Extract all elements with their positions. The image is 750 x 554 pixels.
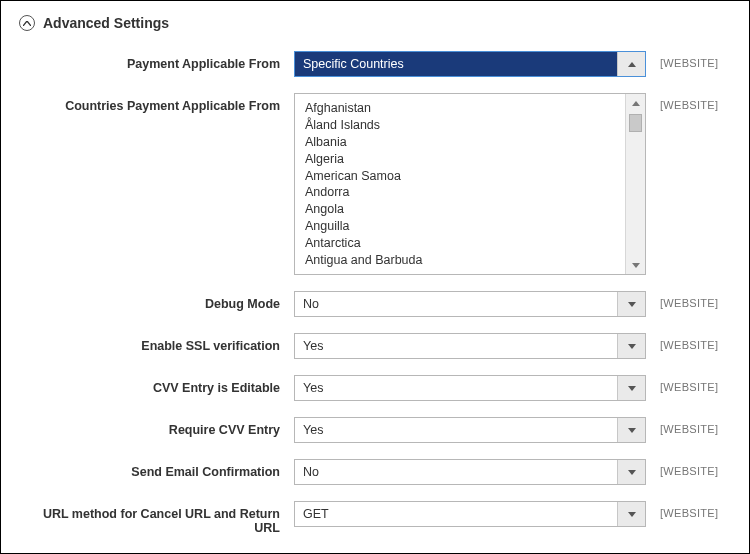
scroll-thumb[interactable] (629, 114, 642, 132)
chevron-down-icon (617, 460, 645, 484)
select-value: Yes (295, 418, 617, 442)
field-label: URL method for Cancel URL and Return URL (19, 501, 294, 535)
field-row-url-method: URL method for Cancel URL and Return URL… (19, 501, 731, 535)
cvv-editable-select[interactable]: Yes (294, 375, 646, 401)
list-item[interactable]: Algeria (305, 151, 615, 168)
chevron-down-icon (617, 292, 645, 316)
scope-label: [WEBSITE] (646, 501, 726, 519)
list-item[interactable]: Anguilla (305, 218, 615, 235)
require-cvv-select[interactable]: Yes (294, 417, 646, 443)
chevron-down-icon (617, 502, 645, 526)
scrollbar[interactable] (625, 94, 645, 274)
listbox-items: Afghanistan Åland Islands Albania Algeri… (295, 94, 625, 274)
chevron-up-icon (19, 15, 35, 31)
chevron-down-icon (617, 376, 645, 400)
chevron-up-icon (617, 52, 645, 76)
select-value: No (295, 292, 617, 316)
chevron-down-icon (632, 263, 640, 268)
scope-label: [WEBSITE] (646, 459, 726, 477)
field-row-debug-mode: Debug Mode No [WEBSITE] (19, 291, 731, 317)
list-item[interactable]: Andorra (305, 184, 615, 201)
scroll-track[interactable] (626, 112, 645, 256)
scope-label: [WEBSITE] (646, 93, 726, 111)
list-item[interactable]: Antarctica (305, 235, 615, 252)
field-label: CVV Entry is Editable (19, 375, 294, 395)
payment-applicable-from-select[interactable]: Specific Countries (294, 51, 646, 77)
scope-label: [WEBSITE] (646, 291, 726, 309)
countries-listbox[interactable]: Afghanistan Åland Islands Albania Algeri… (294, 93, 646, 275)
advanced-settings-panel: Advanced Settings Payment Applicable Fro… (0, 0, 750, 554)
field-row-send-email: Send Email Confirmation No [WEBSITE] (19, 459, 731, 485)
list-item[interactable]: Angola (305, 201, 615, 218)
select-value: Yes (295, 376, 617, 400)
field-label: Countries Payment Applicable From (19, 93, 294, 113)
list-item[interactable]: Afghanistan (305, 100, 615, 117)
list-item[interactable]: Åland Islands (305, 117, 615, 134)
chevron-down-icon (617, 334, 645, 358)
scope-label: [WEBSITE] (646, 333, 726, 351)
field-row-countries: Countries Payment Applicable From Afghan… (19, 93, 731, 275)
section-title: Advanced Settings (43, 15, 169, 31)
scroll-up-button[interactable] (626, 94, 645, 112)
url-method-select[interactable]: GET (294, 501, 646, 527)
field-row-require-cvv: Require CVV Entry Yes [WEBSITE] (19, 417, 731, 443)
field-row-payment-applicable-from: Payment Applicable From Specific Countri… (19, 51, 731, 77)
field-label: Send Email Confirmation (19, 459, 294, 479)
section-header[interactable]: Advanced Settings (19, 15, 731, 31)
scope-label: [WEBSITE] (646, 375, 726, 393)
field-label: Payment Applicable From (19, 51, 294, 71)
enable-ssl-select[interactable]: Yes (294, 333, 646, 359)
field-row-cvv-editable: CVV Entry is Editable Yes [WEBSITE] (19, 375, 731, 401)
field-row-enable-ssl: Enable SSL verification Yes [WEBSITE] (19, 333, 731, 359)
select-value: GET (295, 502, 617, 526)
scope-label: [WEBSITE] (646, 51, 726, 69)
debug-mode-select[interactable]: No (294, 291, 646, 317)
select-value: Yes (295, 334, 617, 358)
chevron-down-icon (617, 418, 645, 442)
scroll-down-button[interactable] (626, 256, 645, 274)
list-item[interactable]: Albania (305, 134, 615, 151)
field-label: Enable SSL verification (19, 333, 294, 353)
scope-label: [WEBSITE] (646, 417, 726, 435)
chevron-up-icon (632, 101, 640, 106)
send-email-select[interactable]: No (294, 459, 646, 485)
list-item[interactable]: American Samoa (305, 168, 615, 185)
field-label: Require CVV Entry (19, 417, 294, 437)
list-item[interactable]: Antigua and Barbuda (305, 252, 615, 269)
field-label: Debug Mode (19, 291, 294, 311)
select-value: Specific Countries (295, 52, 617, 76)
select-value: No (295, 460, 617, 484)
